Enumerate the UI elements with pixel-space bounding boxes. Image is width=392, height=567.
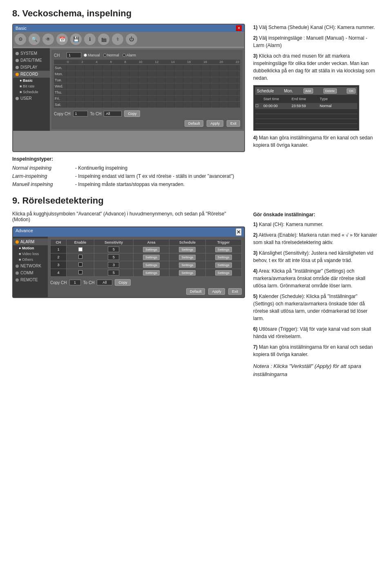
td-schedule-3[interactable]: Settings bbox=[169, 261, 205, 269]
toolbar-icon-eye[interactable]: 👁 bbox=[42, 34, 54, 45]
toolbar-icon-config[interactable]: ⚕ bbox=[112, 34, 123, 45]
cells-tue[interactable] bbox=[66, 77, 240, 83]
adv-sub-others[interactable]: ■ Others bbox=[13, 257, 48, 262]
toolbar-icon-search[interactable]: 🔍 bbox=[29, 34, 40, 45]
td-area-4[interactable]: Settings bbox=[133, 269, 169, 277]
td-enable-4[interactable] bbox=[66, 269, 94, 277]
to-ch-input[interactable] bbox=[104, 111, 122, 117]
default-button[interactable]: Default bbox=[185, 120, 204, 127]
sidebar-sub-schedule[interactable]: ■ Schedule bbox=[13, 89, 50, 95]
area-settings-btn-1[interactable]: Settings bbox=[143, 247, 160, 252]
trigger-settings-btn-3[interactable]: Settings bbox=[215, 262, 232, 268]
td-trigger-1[interactable]: Settings bbox=[205, 246, 241, 253]
adv-sidebar-comm[interactable]: COMM bbox=[13, 269, 48, 276]
td-enable-1[interactable]: ✓ bbox=[66, 246, 94, 253]
sidebar-datetime[interactable]: DATE/TIME bbox=[13, 57, 50, 64]
checkbox-2[interactable] bbox=[78, 255, 82, 259]
area-settings-btn-2[interactable]: Settings bbox=[143, 255, 160, 260]
exit-button[interactable]: Exit bbox=[227, 120, 240, 127]
schedule-settings-btn-2[interactable]: Settings bbox=[179, 255, 196, 260]
adv-sidebar-remote[interactable]: REMOTE bbox=[13, 276, 48, 283]
adv-sidebar-alarm[interactable]: ALARM bbox=[13, 238, 48, 245]
inspelnings-key-1: Larm-inspelning bbox=[12, 173, 74, 179]
sensitivity-input-1[interactable] bbox=[108, 247, 119, 252]
td-schedule-2[interactable]: Settings bbox=[169, 253, 205, 261]
sensitivity-input-2[interactable] bbox=[108, 254, 119, 260]
ch-input[interactable] bbox=[67, 52, 81, 58]
toolbar-icon-record[interactable]: 🎬 bbox=[98, 34, 109, 45]
instr9-7: 7) Man kan göra inställningarna för en k… bbox=[253, 343, 380, 358]
schedule-settings-btn-1[interactable]: Settings bbox=[179, 247, 196, 252]
sidebar-system[interactable]: SYSTEM bbox=[13, 50, 50, 57]
popup-header-row: Start time End time Type bbox=[255, 96, 357, 102]
adv-copy-button[interactable]: Copy bbox=[115, 279, 131, 286]
close-button[interactable]: ✕ bbox=[236, 25, 242, 31]
td-enable-3[interactable] bbox=[66, 261, 94, 269]
popup-delete-btn[interactable]: Delete bbox=[323, 88, 337, 94]
sensitivity-input-3[interactable] bbox=[108, 262, 119, 268]
cells-wed[interactable] bbox=[66, 83, 240, 89]
day-sat: Sat. bbox=[54, 102, 66, 107]
adv-sidebar-network[interactable]: NETWORK bbox=[13, 262, 48, 269]
cells-mon[interactable] bbox=[66, 71, 240, 77]
table-row: 3 Settings Settings Settings bbox=[51, 261, 242, 269]
area-settings-btn-4[interactable]: Settings bbox=[143, 270, 160, 276]
toolbar-icon-power[interactable]: ⏻ bbox=[126, 34, 137, 45]
sidebar-sub-bitrate[interactable]: ■ Bit rate bbox=[13, 83, 50, 89]
mode-manual-label: Manual bbox=[88, 53, 100, 57]
adv-close-button[interactable]: ✕ bbox=[236, 228, 242, 236]
mode-manual[interactable]: Manual bbox=[84, 53, 100, 57]
mode-alarm[interactable]: Alarm bbox=[122, 53, 136, 57]
trigger-settings-btn-4[interactable]: Settings bbox=[215, 270, 232, 276]
cells-fri[interactable] bbox=[66, 96, 240, 101]
toolbar-icon-gear[interactable]: ⚙ bbox=[15, 34, 26, 45]
adv-copy-ch-input[interactable] bbox=[69, 280, 81, 285]
adv-to-ch-input[interactable] bbox=[97, 280, 112, 285]
mode-normal[interactable]: Normal bbox=[103, 53, 119, 57]
schedule-settings-btn-3[interactable]: Settings bbox=[179, 262, 196, 268]
sidebar-display[interactable]: DISPLAY bbox=[13, 64, 50, 71]
schedule-settings-btn-4[interactable]: Settings bbox=[179, 270, 196, 276]
checkbox-3[interactable] bbox=[78, 262, 82, 267]
checkbox-4[interactable] bbox=[78, 270, 82, 274]
td-area-3[interactable]: Settings bbox=[133, 261, 169, 269]
td-trigger-3[interactable]: Settings bbox=[205, 261, 241, 269]
ui-controls: CH Manual Normal bbox=[51, 50, 243, 129]
adv-sub-videoloss[interactable]: ■ Video loss bbox=[13, 251, 48, 257]
popup-ok-btn[interactable]: OK bbox=[347, 88, 356, 94]
copy-button[interactable]: Copy bbox=[124, 110, 140, 117]
sidebar-record[interactable]: RECORD bbox=[13, 71, 50, 78]
cells-sun[interactable] bbox=[66, 65, 240, 71]
trigger-settings-btn-2[interactable]: Settings bbox=[215, 255, 232, 260]
cells-thu[interactable] bbox=[66, 90, 240, 95]
adv-exit-button[interactable]: Exit bbox=[228, 288, 242, 295]
apply-button[interactable]: Apply bbox=[207, 120, 223, 127]
day-wed: Wed. bbox=[54, 84, 66, 89]
copy-ch-input[interactable] bbox=[73, 111, 88, 117]
ui-sidebar: SYSTEM DATE/TIME DISPLAY RECORD ● Basi bbox=[13, 48, 50, 131]
checkbox-1[interactable]: ✓ bbox=[78, 247, 82, 251]
sidebar-sub-basic[interactable]: ● Basic bbox=[13, 78, 50, 83]
td-schedule-1[interactable]: Settings bbox=[169, 246, 205, 253]
sidebar-user-dot bbox=[16, 97, 19, 100]
toolbar-icon-info[interactable]: ℹ bbox=[84, 34, 96, 45]
trigger-settings-btn-1[interactable]: Settings bbox=[215, 247, 232, 252]
td-enable-2[interactable] bbox=[66, 253, 94, 261]
cells-sat[interactable] bbox=[66, 102, 240, 108]
adv-default-button[interactable]: Default bbox=[186, 288, 205, 295]
adv-copy-ch-label: Copy CH bbox=[50, 280, 67, 285]
sidebar-user[interactable]: USER bbox=[13, 95, 50, 102]
td-area-2[interactable]: Settings bbox=[133, 253, 169, 261]
adv-apply-button[interactable]: Apply bbox=[208, 288, 225, 295]
sensitivity-input-4[interactable] bbox=[108, 270, 119, 276]
td-trigger-2[interactable]: Settings bbox=[205, 253, 241, 261]
adv-sub-motion[interactable]: ● Motion bbox=[13, 245, 48, 251]
popup-header-end: End time bbox=[292, 96, 318, 102]
td-trigger-4[interactable]: Settings bbox=[205, 269, 241, 277]
popup-add-btn[interactable]: Add bbox=[303, 88, 313, 94]
area-settings-btn-3[interactable]: Settings bbox=[143, 262, 160, 268]
toolbar-icon-hdd[interactable]: 💾 bbox=[70, 34, 82, 45]
toolbar-icon-calendar[interactable]: 📅 bbox=[56, 34, 68, 45]
td-area-1[interactable]: Settings bbox=[133, 246, 169, 253]
td-schedule-4[interactable]: Settings bbox=[169, 269, 205, 277]
